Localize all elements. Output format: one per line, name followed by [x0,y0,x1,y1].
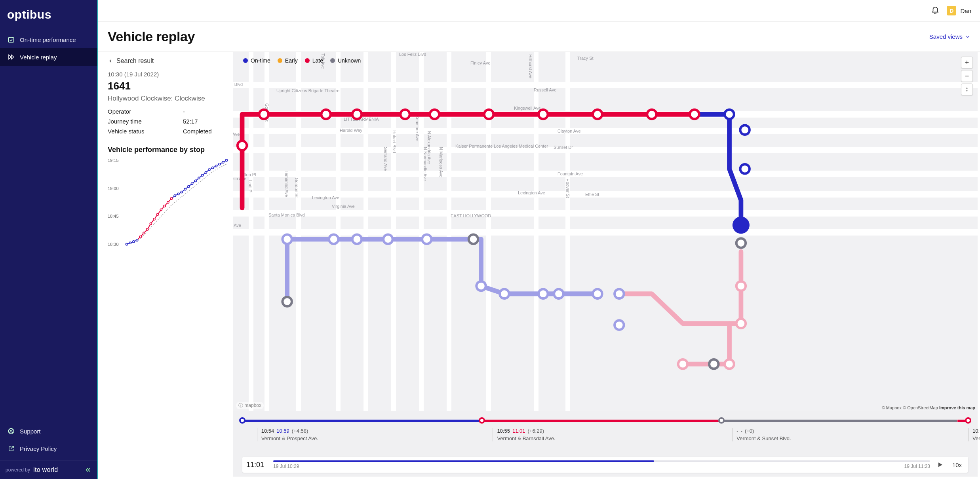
content: Search result 10:30 (19 Jul 2022) 1641 H… [98,52,980,479]
svg-point-50 [188,185,190,187]
sidebar-item-label: On-time performance [20,36,76,43]
svg-point-57 [212,167,214,169]
play-forward-icon [7,53,15,61]
mapbox-logo: ⓘ mapbox [236,402,264,409]
playbar-start-label: 19 Jul 10:29 [273,464,299,469]
svg-point-73 [725,110,734,119]
improve-map-link[interactable]: Improve this map [939,405,975,410]
svg-point-64 [321,110,331,119]
user-avatar[interactable]: D [947,6,956,15]
svg-point-94 [282,234,292,244]
lifebuoy-icon [7,427,15,435]
sidebar-item-support[interactable]: Support [0,422,97,440]
map-legend: On-time Early Late Unknown [241,56,363,65]
svg-point-52 [194,180,196,182]
main: D Dan Vehicle replay Saved views Search … [98,0,980,479]
svg-point-69 [539,110,548,119]
topbar: D Dan [98,0,980,22]
svg-point-42 [160,209,162,211]
detail-row-journey-time: Journey time 52:17 [108,118,233,125]
sidebar: optibus On-time performance Vehicle repl… [0,0,98,479]
detail-key: Journey time [108,118,183,125]
reset-north-button[interactable] [961,84,973,95]
powered-by: powered by ito world [0,460,97,479]
map-canvas[interactable]: Los Feliz BlvdFinley AveTracy StRussell … [233,52,978,411]
svg-point-56 [208,169,210,171]
svg-point-58 [215,165,217,167]
timeline-stop[interactable]: --(+0)Vermont & Sunset Blvd. [732,428,791,441]
svg-point-43 [164,205,166,207]
timeline-track[interactable] [242,417,968,424]
svg-point-37 [143,232,145,234]
timeline-node[interactable] [239,417,245,424]
zoom-out-button[interactable]: − [961,70,973,82]
svg-point-79 [725,359,734,369]
chart-ytick: 19:15 [108,158,119,163]
svg-point-77 [736,281,746,291]
svg-point-86 [539,289,548,298]
svg-point-82 [615,289,624,298]
svg-point-71 [647,110,657,119]
svg-point-88 [476,281,486,291]
saved-views-dropdown[interactable]: Saved views [929,33,970,40]
legend-label: Early [285,57,298,64]
attrib-mapbox[interactable]: © Mapbox [882,405,902,410]
svg-point-40 [153,218,155,220]
legend-early: Early [278,57,298,64]
calendar-check-icon [7,36,15,44]
zoom-in-button[interactable]: + [961,57,973,68]
svg-point-48 [181,191,183,193]
svg-point-44 [167,201,169,203]
timeline-node[interactable] [479,417,485,424]
sidebar-item-privacy[interactable]: Privacy Policy [0,440,97,457]
map-attribution: © Mapbox © OpenStreetMap Improve this ma… [882,405,975,410]
collapse-sidebar-button[interactable] [85,466,92,473]
timeline-stops: 10:5410:59(+4:58)Vermont & Prospect Ave.… [242,428,968,449]
svg-point-93 [329,234,339,244]
playback-speed[interactable]: 10x [950,462,964,468]
back-to-search[interactable]: Search result [108,57,233,65]
svg-point-85 [554,289,563,298]
svg-point-68 [484,110,494,119]
sidebar-item-vehicle-replay[interactable]: Vehicle replay [0,48,97,66]
user-name: Dan [960,8,971,14]
map-area: On-time Early Late Unknown Los Feliz Blv… [233,52,980,479]
svg-point-92 [352,234,362,244]
svg-point-76 [736,238,746,248]
map-wrap: On-time Early Late Unknown Los Feliz Blv… [233,52,978,411]
notifications-button[interactable] [931,6,940,15]
powered-prefix: powered by [6,467,30,473]
svg-point-62 [238,141,247,150]
svg-point-36 [139,236,141,238]
svg-point-74 [740,125,750,135]
svg-point-70 [593,110,602,119]
timeline-stop[interactable]: 10:5511:01(+6:29)Vermont & Barnsdall Ave… [493,428,555,441]
timeline-stop[interactable]: 10:5Verr [968,428,980,441]
svg-point-84 [593,289,602,298]
playbar-end-label: 19 Jul 11:23 [904,464,930,469]
legend-ontime: On-time [243,57,270,64]
timeline: 10:5410:59(+4:58)Vermont & Prospect Ave.… [233,411,978,477]
legend-unknown: Unknown [330,57,361,64]
external-link-icon [7,445,15,452]
svg-point-51 [191,182,193,184]
svg-point-67 [430,110,440,119]
timeline-node[interactable] [965,417,971,424]
legend-late: Late [305,57,323,64]
playbar-track[interactable]: 19 Jul 10:29 19 Jul 11:23 [273,460,930,469]
play-button[interactable] [934,459,946,471]
svg-point-91 [383,234,393,244]
svg-point-78 [736,319,746,328]
attrib-osm[interactable]: © OpenStreetMap [903,405,938,410]
svg-point-61 [225,159,227,161]
compass-icon [964,87,970,92]
legend-label: On-time [251,57,270,64]
sidebar-item-label: Privacy Policy [20,445,57,452]
trip-id: 1641 [108,80,233,92]
page-header: Vehicle replay Saved views [98,22,980,52]
sidebar-item-otp[interactable]: On-time performance [0,31,97,48]
detail-value: 52:17 [183,118,198,125]
timeline-stop[interactable]: 10:5410:59(+4:58)Vermont & Prospect Ave. [257,428,318,441]
timeline-node[interactable] [718,417,725,424]
svg-point-33 [129,242,131,244]
